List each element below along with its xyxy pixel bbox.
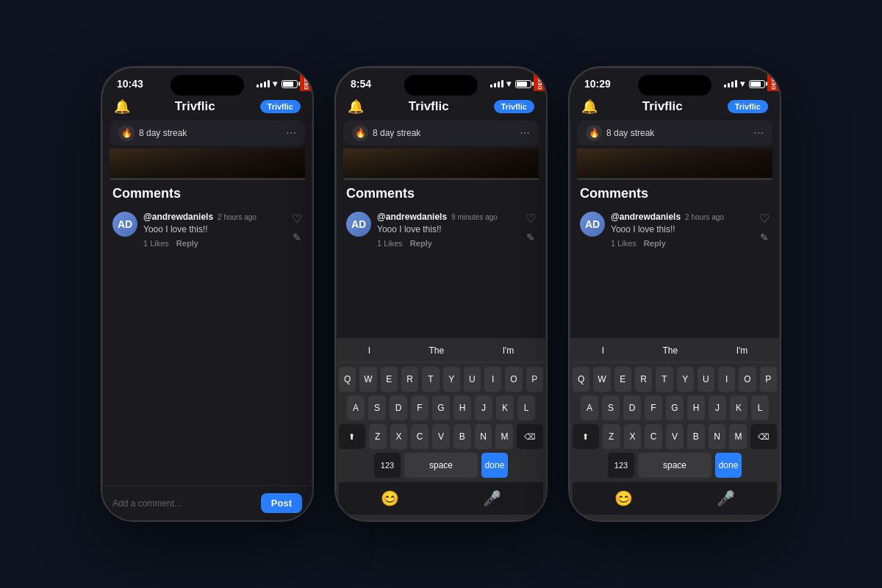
key-q-3[interactable]: Q [573,367,589,392]
key-k-3[interactable]: K [730,395,747,420]
key-shift-3[interactable]: ⬆ [573,424,599,449]
key-z-2[interactable]: Z [369,424,387,449]
key-space-2[interactable]: space [404,453,478,478]
key-123-2[interactable]: 123 [374,453,401,478]
key-delete-3[interactable]: ⌫ [750,424,777,449]
key-p-3[interactable]: P [760,367,777,392]
key-123-3[interactable]: 123 [608,453,634,478]
key-q-2[interactable]: Q [339,367,356,392]
heart-icon-3[interactable]: ♡ [759,212,770,226]
key-o-3[interactable]: O [739,367,756,392]
key-c-3[interactable]: C [645,424,662,449]
key-o-2[interactable]: O [505,367,522,392]
key-m-2[interactable]: M [495,424,513,449]
key-m-3[interactable]: M [729,424,747,449]
key-b-3[interactable]: B [687,424,705,449]
suggestion-im-2[interactable]: I'm [503,345,514,356]
comment-time-3: 2 hours ago [685,213,724,221]
debug-badge-3: DEBUG [767,68,780,91]
key-f-2[interactable]: F [411,395,429,420]
comment-reply-1[interactable]: Reply [176,239,198,248]
key-h-2[interactable]: H [453,395,471,420]
streak-more-icon-3[interactable]: ⋯ [753,127,764,139]
key-x-3[interactable]: X [624,424,642,449]
emoji-icon-3[interactable]: 😊 [614,490,633,507]
key-delete-2[interactable]: ⌫ [517,424,543,449]
key-l-2[interactable]: L [517,395,535,420]
emoji-icon-2[interactable]: 😊 [381,490,399,507]
key-i-3[interactable]: I [718,367,735,392]
key-t-3[interactable]: T [656,367,673,392]
suggestion-the-3[interactable]: The [663,345,678,356]
key-k-2[interactable]: K [496,395,514,420]
signal-icon-3 [724,80,737,87]
comment-reply-2[interactable]: Reply [410,239,432,248]
key-n-2[interactable]: N [475,424,492,449]
mic-icon-2[interactable]: 🎤 [483,490,501,507]
key-v-3[interactable]: V [666,424,684,449]
key-b-2[interactable]: B [453,424,471,449]
key-d-3[interactable]: D [623,395,641,420]
header-badge-1[interactable]: Trivflic [260,100,301,113]
key-a-2[interactable]: A [347,395,365,420]
key-shift-2[interactable]: ⬆ [339,424,365,449]
streak-more-icon-2[interactable]: ⋯ [520,127,530,139]
status-time-1: 10:43 [117,78,143,90]
key-f-3[interactable]: F [645,395,662,420]
key-s-3[interactable]: S [602,395,620,420]
key-d-2[interactable]: D [390,395,407,420]
key-r-3[interactable]: R [635,367,652,392]
key-v-2[interactable]: V [432,424,450,449]
key-p-2[interactable]: P [526,367,543,392]
suggestion-i-2[interactable]: I [368,345,370,356]
key-i-2[interactable]: I [484,367,501,392]
bell-icon-1[interactable]: 🔔 [114,98,130,115]
key-done-3[interactable]: done [715,453,742,478]
key-e-2[interactable]: E [381,367,398,392]
key-y-3[interactable]: Y [677,367,694,392]
image-strip-2 [343,148,539,178]
key-r-2[interactable]: R [401,367,418,392]
key-y-2[interactable]: Y [443,367,460,392]
key-l-3[interactable]: L [751,395,769,420]
bell-icon-2[interactable]: 🔔 [348,98,364,115]
key-t-2[interactable]: T [422,367,439,392]
key-s-2[interactable]: S [368,395,386,420]
edit-icon-1[interactable]: ✎ [293,232,301,243]
key-h-3[interactable]: H [687,395,705,420]
add-comment-row-1: Add a comment... Post [102,485,312,520]
key-x-2[interactable]: X [390,424,408,449]
suggestion-i-3[interactable]: I [602,345,604,356]
key-w-2[interactable]: W [359,367,376,392]
key-z-3[interactable]: Z [603,424,620,449]
comment-time-2: 9 minutes ago [451,213,498,221]
edit-icon-3[interactable]: ✎ [760,232,769,243]
header-badge-3[interactable]: Trivflic [728,100,768,113]
comment-reply-3[interactable]: Reply [644,239,666,248]
streak-more-icon-1[interactable]: ⋯ [286,127,296,139]
key-done-2[interactable]: done [481,453,508,478]
add-comment-placeholder-1[interactable]: Add a comment... [112,498,255,509]
heart-icon-2[interactable]: ♡ [526,212,536,226]
key-e-3[interactable]: E [614,367,631,392]
key-u-3[interactable]: U [698,367,714,392]
dynamic-island-1 [171,75,244,96]
key-n-3[interactable]: N [709,424,726,449]
mic-icon-3[interactable]: 🎤 [717,490,735,507]
post-button-1[interactable]: Post [261,493,302,513]
key-j-2[interactable]: J [475,395,492,420]
key-w-3[interactable]: W [593,367,610,392]
suggestion-the-2[interactable]: The [429,345,445,356]
heart-icon-1[interactable]: ♡ [292,212,302,226]
key-space-3[interactable]: space [638,453,711,478]
key-c-2[interactable]: C [411,424,429,449]
key-g-3[interactable]: G [666,395,684,420]
suggestion-im-3[interactable]: I'm [736,345,748,356]
bell-icon-3[interactable]: 🔔 [581,98,598,115]
key-j-3[interactable]: J [709,395,726,420]
key-g-2[interactable]: G [432,395,450,420]
key-a-3[interactable]: A [581,395,598,420]
edit-icon-2[interactable]: ✎ [526,232,535,243]
header-badge-2[interactable]: Trivflic [494,100,534,113]
key-u-2[interactable]: U [464,367,481,392]
